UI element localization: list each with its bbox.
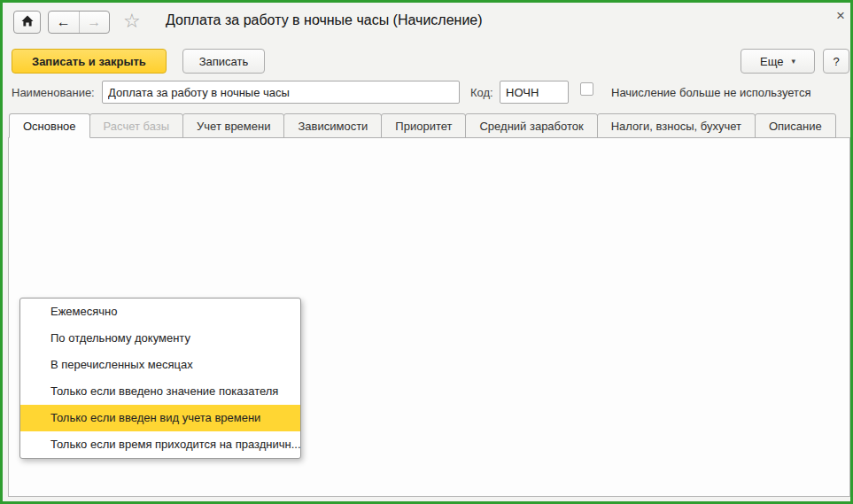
not-used-checkbox[interactable] [580, 82, 593, 96]
chevron-down-icon: ▾ [791, 57, 795, 66]
tab-raschet-bazy: Расчет базы [89, 113, 184, 138]
tab-sredniy-zarabotok[interactable]: Средний заработок [465, 113, 597, 138]
tab-uchet-vremeni[interactable]: Учет времени [182, 113, 284, 138]
tab-prioritet[interactable]: Приоритет [381, 113, 466, 138]
app-window: ← → ☆ Доплата за работу в ночные часы (Н… [0, 0, 853, 504]
home-icon [20, 14, 35, 30]
page-title: Доплата за работу в ночные часы (Начисле… [166, 12, 483, 28]
dropdown-item-po-dokumentu[interactable]: По отдельному документу [20, 325, 300, 352]
name-input[interactable] [102, 81, 460, 104]
performed-dropdown-list: Ежемесячно По отдельному документу В пер… [19, 298, 301, 459]
save-button[interactable]: Записать [182, 49, 265, 74]
back-arrow-icon[interactable]: ← [49, 12, 80, 33]
name-label: Наименование: [12, 86, 95, 99]
tab-zavisimosti[interactable]: Зависимости [283, 113, 382, 138]
more-button-label: Еще [760, 55, 783, 68]
dropdown-item-v-mesyacah[interactable]: В перечисленных месяцах [20, 352, 300, 378]
not-used-label: Начисление больше не используется [611, 86, 810, 99]
close-icon[interactable]: × [832, 7, 849, 25]
more-button[interactable]: Еще ▾ [741, 49, 815, 74]
favorite-star-icon[interactable]: ☆ [123, 11, 141, 32]
help-button[interactable]: ? [823, 49, 849, 74]
dropdown-item-prazdnichnye[interactable]: Только если время приходится на празднич… [20, 431, 300, 458]
dropdown-item-znachenie-pokazatelya[interactable]: Только если введено значение показателя [20, 378, 300, 405]
history-nav: ← → [48, 11, 110, 34]
tab-osnovnoe[interactable]: Основное [9, 113, 90, 138]
tab-opisanie[interactable]: Описание [755, 113, 836, 138]
code-input[interactable] [500, 81, 569, 104]
tab-nalogi[interactable]: Налоги, взносы, бухучет [597, 113, 756, 138]
forward-arrow-icon[interactable]: → [80, 12, 110, 33]
dropdown-item-ezhemesyachno[interactable]: Ежемесячно [20, 299, 300, 325]
tab-bar: Основное Расчет базы Учет времени Зависи… [10, 113, 836, 138]
home-button[interactable] [13, 11, 41, 34]
save-and-close-button[interactable]: Записать и закрыть [12, 49, 167, 74]
code-label: Код: [470, 86, 493, 99]
dropdown-item-vid-ucheta-vremeni[interactable]: Только если введен вид учета времени [20, 405, 300, 431]
